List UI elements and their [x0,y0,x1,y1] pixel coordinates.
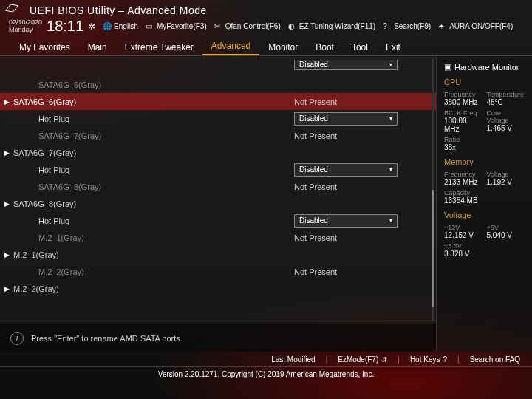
tab-boot[interactable]: Boot [307,39,343,55]
mem-capacity: 16384 MB [444,197,525,205]
ez-tuning-button[interactable]: ◐EZ Tuning Wizard(F11) [288,22,375,31]
setting-row[interactable]: Hot PlugDisabled▾ [0,161,436,178]
setting-row[interactable]: ▶M.2_2(Gray) [0,280,436,297]
setting-row[interactable]: SATA6G_7(Gray)Not Present [0,127,436,144]
setting-label: SATA6G_6(Gray) [13,81,294,89]
footer-link-ezmode-f7-[interactable]: EzMode(F7) ⇵ [338,355,387,364]
switch-icon: ⇵ [381,355,387,364]
tab-monitor[interactable]: Monitor [259,39,307,55]
setting-label: M.2_2(Gray) [13,284,294,293]
voltage-5v: 5.040 V [487,231,525,239]
voltage-3v3: 3.328 V [444,250,525,258]
help-text: Press "Enter" to rename AMD SATA ports. [31,334,183,343]
copyright-text: Version 2.20.1271. Copyright (C) 2019 Am… [158,370,374,378]
app-title: UEFI BIOS Utility – Advanced Mode [30,4,523,16]
chevron-right-icon: ▶ [4,200,10,208]
setting-value: Not Present [294,132,436,140]
monitor-icon: ▣ [444,62,451,72]
side-title: Hardware Monitor [454,63,519,72]
setting-value: Not Present [294,98,436,106]
core-voltage: 1.465 V [487,124,525,132]
tab-exit[interactable]: Exit [377,39,409,55]
setting-row[interactable]: SATA6G_8(Gray)Not Present [0,178,436,195]
chevron-right-icon: ▶ [4,285,10,293]
setting-row[interactable]: M.2_1(Gray)Not Present [0,229,436,246]
setting-label: SATA6G_8(Gray) [13,183,294,191]
settings-list[interactable]: Disabled▾ SATA6G_6(Gray)▶SATA6G_6(Gray)N… [0,56,436,324]
setting-label: Hot Plug [13,216,294,225]
aura-button[interactable]: ☀AURA ON/OFF(F4) [438,22,513,31]
clock-time: 18:11 [47,18,83,35]
tab-my-favorites[interactable]: My Favorites [10,39,79,55]
setting-row[interactable]: Hot PlugDisabled▾ [0,110,436,127]
chevron-right-icon: ▶ [4,149,10,157]
setting-label: M.2_1(Gray) [13,233,294,242]
setting-label: M.2_2(Gray) [13,267,294,276]
main-panel: Disabled▾ SATA6G_6(Gray)▶SATA6G_6(Gray)N… [0,56,436,352]
setting-row[interactable]: M.2_2(Gray)Not Present [0,263,436,280]
setting-value: Not Present [294,267,436,276]
setting-label: SATA6G_7(Gray) [13,132,294,140]
day-text: Monday [9,27,42,34]
footer-link-hot-keys[interactable]: Hot Keys ? [410,355,447,364]
cpu-frequency: 3800 MHz [444,98,482,106]
rog-logo-icon [4,3,19,13]
footer: Last Modified|EzMode(F7) ⇵|Hot Keys ?|Se… [0,352,532,381]
chevron-down-icon: ▾ [389,115,392,122]
setting-value: Not Present [294,183,436,191]
cpu-temperature: 48°C [487,98,525,106]
dropdown[interactable]: Disabled▾ [294,112,398,126]
setting-label: SATA6G_6(Gray) [13,98,294,106]
qfan-button[interactable]: ✄Qfan Control(F6) [214,22,281,31]
chevron-right-icon: ▶ [4,251,10,259]
setting-label: Hot Plug [13,166,294,174]
chevron-down-icon: ▾ [389,166,392,173]
setting-label: SATA6G_8(Gray) [13,200,294,208]
tab-extreme-tweaker[interactable]: Extreme Tweaker [116,39,202,55]
tab-bar: My FavoritesMainExtreme TweakerAdvancedM… [0,38,532,56]
gear-icon[interactable]: ✲ [88,21,95,32]
footer-link-search-on-faq[interactable]: Search on FAQ [470,355,520,364]
tab-advanced[interactable]: Advanced [202,38,259,55]
bclk-freq: 100.00 MHz [444,117,482,133]
setting-label: SATA6G_7(Gray) [13,149,294,157]
language-selector[interactable]: 🌐English [103,22,138,31]
setting-label: M.2_1(Gray) [13,250,294,259]
setting-value: Not Present [294,233,436,242]
search-button[interactable]: ?Search(F9) [383,22,431,31]
voltage-12v: 12.152 V [444,231,482,239]
help-bar: i Press "Enter" to rename AMD SATA ports… [0,324,436,352]
tab-main[interactable]: Main [79,39,116,55]
dropdown[interactable]: Disabled▾ [294,163,398,177]
info-icon: i [10,332,24,345]
setting-row[interactable]: ▶SATA6G_6(Gray)Not Present [0,93,436,110]
setting-row[interactable]: SATA6G_6(Gray) [0,76,436,93]
scrollbar[interactable] [432,59,434,321]
voltage-heading: Voltage [444,211,525,219]
setting-row[interactable]: ▶M.2_1(Gray) [0,246,436,263]
chevron-down-icon: ▾ [389,217,392,224]
tab-tool[interactable]: Tool [343,39,377,55]
toolbar: 02/10/2020 Monday 18:11 ✲ 🌐English ▭MyFa… [9,18,523,35]
dropdown[interactable]: Disabled▾ [294,214,398,228]
footer-link-last-modified[interactable]: Last Modified [271,355,315,364]
header: UEFI BIOS Utility – Advanced Mode 02/10/… [0,0,532,38]
chevron-right-icon: ▶ [4,98,10,106]
setting-row[interactable]: ▶SATA6G_7(Gray) [0,144,436,161]
hardware-monitor-panel: ▣Hardware Monitor CPU Frequency3800 MHz … [436,56,532,352]
cpu-heading: CPU [444,78,525,86]
help-icon: ? [443,355,447,364]
myfavorite-button[interactable]: ▭MyFavorite(F3) [146,22,207,31]
mem-voltage: 1.192 V [487,178,525,186]
setting-row[interactable]: ▶SATA6G_8(Gray) [0,195,436,212]
setting-row[interactable]: Hot PlugDisabled▾ [0,212,436,229]
mem-frequency: 2133 MHz [444,178,482,186]
setting-label: Hot Plug [13,115,294,123]
partial-dropdown[interactable]: Disabled▾ [294,60,398,70]
cpu-ratio: 38x [444,143,525,151]
memory-heading: Memory [444,157,525,166]
